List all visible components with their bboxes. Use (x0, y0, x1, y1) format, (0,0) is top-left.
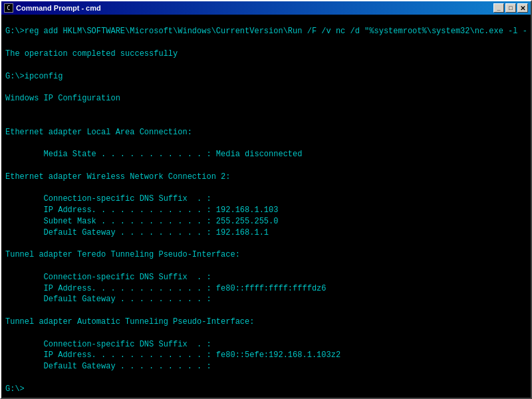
terminal-line (5, 183, 527, 194)
terminal-line: Tunnel adapter Teredo Tunneling Pseudo-I… (5, 249, 527, 261)
title-bar-left: C Command Prompt - cmd (4, 3, 101, 13)
terminal-line: Subnet Mask . . . . . . . . . . . : 255.… (5, 216, 527, 227)
terminal-line: Connection-specific DNS Suffix . : (5, 339, 527, 350)
terminal-line (5, 239, 527, 250)
terminal-line: Media State . . . . . . . . . . . : Medi… (5, 149, 527, 160)
terminal-line (5, 328, 527, 339)
terminal-line: The operation completed successfully (5, 49, 527, 60)
terminal-line: Ethernet adapter Local Area Connection: (5, 127, 527, 138)
minimize-button[interactable]: _ (493, 3, 504, 13)
terminal-line: G:\> (5, 384, 527, 395)
terminal-line (5, 82, 527, 93)
terminal-line (5, 37, 527, 49)
terminal-line (5, 60, 527, 71)
window-title: Command Prompt - cmd (16, 4, 101, 12)
terminal-line (5, 116, 527, 127)
title-bar: C Command Prompt - cmd _ □ ✕ (1, 1, 531, 15)
terminal-line: Connection-specific DNS Suffix . : (5, 272, 527, 283)
terminal-line (5, 138, 527, 149)
terminal-line: Windows IP Configuration (5, 93, 527, 104)
maximize-button[interactable]: □ (505, 3, 516, 13)
terminal-line: Ethernet adapter Wireless Network Connec… (5, 172, 527, 183)
terminal-content[interactable]: Microsoft Windows XP [Version 5.1.2600](… (5, 17, 527, 395)
terminal-line (5, 261, 527, 272)
terminal-line: G:\>reg add HKLM\SOFTWARE\Microsoft\Wind… (5, 26, 527, 37)
terminal-line: Default Gateway . . . . . . . . . : (5, 361, 527, 372)
terminal-body[interactable]: Microsoft Windows XP [Version 5.1.2600](… (1, 15, 531, 398)
terminal-line (5, 305, 527, 317)
cmd-window: C Command Prompt - cmd _ □ ✕ Microsoft W… (0, 0, 532, 399)
terminal-line: G:\>ipconfig (5, 71, 527, 82)
terminal-line: Tunnel adapter Automatic Tunneling Pseud… (5, 317, 527, 328)
terminal-line: Connection-specific DNS Suffix . : (5, 194, 527, 205)
cmd-icon: C (4, 3, 13, 13)
terminal-line (5, 160, 527, 172)
terminal-line: IP Address. . . . . . . . . . . . : 192.… (5, 205, 527, 216)
terminal-line: IP Address. . . . . . . . . . . . : fe80… (5, 350, 527, 361)
title-buttons: _ □ ✕ (493, 3, 528, 13)
close-button[interactable]: ✕ (517, 3, 528, 13)
terminal-line: Default Gateway . . . . . . . . . : 192.… (5, 227, 527, 239)
terminal-line (5, 372, 527, 384)
terminal-line: Default Gateway . . . . . . . . . : (5, 294, 527, 305)
terminal-line (5, 104, 527, 116)
terminal-line (5, 17, 527, 26)
terminal-line: IP Address. . . . . . . . . . . . : fe80… (5, 283, 527, 295)
